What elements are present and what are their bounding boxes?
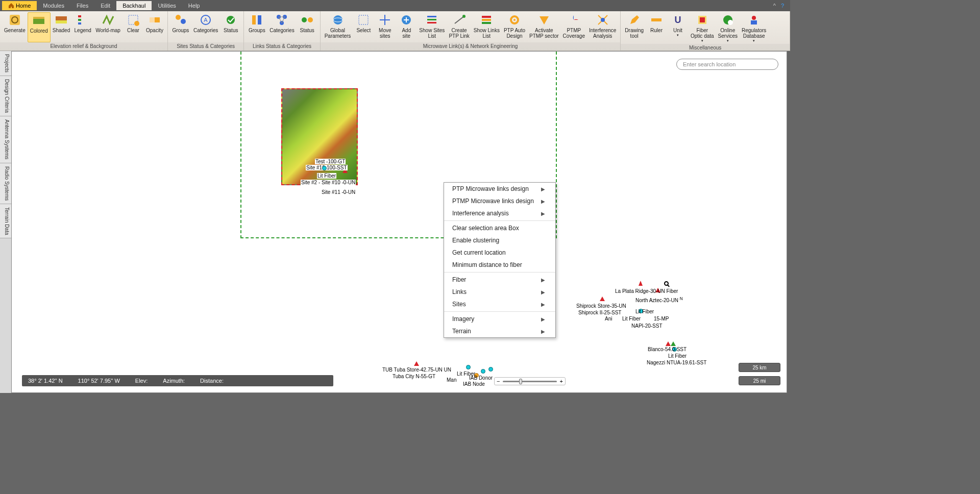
fiber-optic-button[interactable]: FiberOptic data▾	[689, 12, 716, 44]
add-site-button[interactable]: Addsite	[396, 12, 417, 42]
activate-ptmp-button[interactable]: ActivatePTMP sector	[527, 12, 561, 42]
groups-icon	[174, 13, 187, 27]
ribbon-group-title: Sites Status & Categories	[168, 42, 243, 51]
side-tab-terrain-data[interactable]: Terrain Data	[0, 204, 11, 238]
svg-point-24	[308, 17, 313, 22]
collapse-ribbon-icon[interactable]: ^	[773, 3, 776, 9]
site-label: Lit Fiber	[668, 353, 687, 359]
context-menu-item[interactable]: PTP Microwave links design▶	[444, 183, 555, 195]
legend-button[interactable]: Legend	[72, 12, 93, 42]
online-services-button[interactable]: OnlineServices▾	[716, 12, 740, 44]
fiber-icon	[696, 13, 709, 27]
site-marker-icon	[488, 367, 493, 372]
generate-button[interactable]: Generate	[2, 12, 28, 42]
ribbon-group-misc: Drawingtool Ruler UUnit▾ FiberOptic data…	[621, 11, 790, 51]
context-menu-item[interactable]: Minimum distance to fiber	[444, 259, 555, 271]
coverage-icon	[567, 13, 580, 27]
menu-tab-help[interactable]: Help	[182, 1, 206, 10]
menu-tab-backhaul[interactable]: Backhaul	[116, 1, 152, 10]
world-map-button[interactable]: World-map	[93, 12, 122, 42]
create-ptp-link-button[interactable]: CreatePTP Link	[447, 12, 471, 42]
colored-button[interactable]: Colored	[28, 12, 51, 42]
side-tab-projects[interactable]: Projects	[0, 51, 11, 76]
context-menu-item[interactable]: Terrain▶	[444, 325, 555, 337]
site-marker-icon	[481, 369, 485, 374]
context-menu-item[interactable]: Interference analysis▶	[444, 207, 555, 219]
unit-button[interactable]: UUnit▾	[667, 12, 689, 44]
select-button[interactable]: Select	[353, 12, 374, 42]
zoom-slider[interactable]: − +	[494, 377, 566, 385]
menu-tab-modules[interactable]: Modules	[37, 1, 70, 10]
ruler-button[interactable]: Ruler	[646, 12, 667, 44]
context-menu-item[interactable]: Get current location	[444, 246, 555, 259]
map-canvas[interactable]: Enter search location Test -100-GT Site …	[11, 51, 787, 393]
context-menu-item[interactable]: Fiber▶	[444, 274, 555, 286]
ribbon-group-sites-status: Groups ACategories Status Sites Status &…	[168, 11, 244, 51]
site-label: Tuba City N-55-GT	[393, 374, 435, 379]
menu-tab-edit[interactable]: Edit	[94, 1, 116, 10]
svg-point-23	[302, 17, 307, 22]
status-azimuth: Azimuth:	[163, 378, 185, 384]
ptp-auto-design-button[interactable]: PTP AutoDesign	[502, 12, 527, 42]
submenu-arrow-icon: ▶	[541, 277, 545, 283]
clear-button[interactable]: Clear	[122, 12, 144, 42]
global-parameters-button[interactable]: GlobalParameters	[323, 12, 353, 42]
sites-status-button[interactable]: Status	[220, 12, 241, 42]
ptmp-coverage-button[interactable]: PTMPCoverage	[561, 12, 587, 42]
search-input[interactable]: Enter search location	[676, 59, 778, 70]
svg-point-32	[462, 15, 465, 18]
legend-icon	[76, 13, 89, 27]
site-label: Shiprock Store-35-UN	[576, 303, 626, 309]
context-menu-item[interactable]: Enable clustering	[444, 234, 555, 246]
menu-tab-utilities[interactable]: Utilities	[152, 1, 182, 10]
submenu-arrow-icon: ▶	[541, 211, 545, 216]
context-menu-item[interactable]: Clear selection area Box	[444, 222, 555, 234]
zoom-out-icon[interactable]: −	[497, 378, 500, 384]
show-sites-list-button[interactable]: Show SitesList	[417, 12, 447, 42]
zoom-thumb[interactable]	[519, 379, 522, 384]
site-label: Nagezzi NTUA-19.61-SST	[647, 360, 706, 365]
svg-point-14	[181, 19, 186, 24]
side-tab-antenna-systems[interactable]: Antenna Systems	[0, 116, 11, 163]
svg-rect-29	[427, 16, 436, 17]
side-tab-design-criteria[interactable]: Design Criteria	[0, 76, 11, 116]
drawing-tool-button[interactable]: Drawingtool	[623, 12, 646, 44]
sites-categories-button[interactable]: ACategories	[191, 12, 220, 42]
links-status-button[interactable]: Status	[297, 12, 318, 42]
side-tab-radio-systems[interactable]: Radio Systems	[0, 163, 11, 204]
links-groups-button[interactable]: Groups	[246, 12, 267, 42]
sites-groups-button[interactable]: Groups	[170, 12, 191, 42]
zoom-in-icon[interactable]: +	[560, 378, 563, 384]
help-icon[interactable]: ?	[781, 3, 784, 9]
regulators-db-button[interactable]: RegulatorsDatabase▾	[740, 12, 768, 44]
move-sites-button[interactable]: Movesites	[374, 12, 396, 42]
links-categories-button[interactable]: Categories	[267, 12, 296, 42]
shaded-button[interactable]: Shaded	[51, 12, 72, 42]
unit-icon: U	[671, 13, 684, 27]
svg-rect-42	[700, 17, 705, 22]
context-menu-item[interactable]: Imagery▶	[444, 313, 555, 325]
show-links-list-button[interactable]: Show LinksList	[472, 12, 502, 42]
colored-icon	[32, 14, 45, 27]
magnifier-icon	[664, 281, 669, 286]
interference-analysis-button[interactable]: InterferenceAnalysis	[587, 12, 618, 42]
context-menu-item[interactable]: Links▶	[444, 286, 555, 298]
context-menu-item[interactable]: PTMP Microwave links design▶	[444, 195, 555, 207]
clear-icon	[127, 13, 140, 27]
menu-tab-home[interactable]: Home	[2, 1, 37, 10]
site-label: IAB Node	[463, 381, 485, 387]
side-tabs: Projects Design Criteria Antenna Systems…	[0, 51, 11, 393]
add-site-icon	[400, 13, 413, 27]
menu-tab-files[interactable]: Files	[70, 1, 94, 10]
menu-bar: Home Modules Files Edit Backhaul Utiliti…	[0, 0, 790, 11]
opacity-button[interactable]: Opacity	[144, 12, 165, 42]
globe-icon	[331, 13, 345, 27]
context-menu-item[interactable]: Sites▶	[444, 298, 555, 310]
ribbon-group-links-status: Groups Categories Status Links Status & …	[244, 11, 320, 51]
svg-point-10	[134, 21, 139, 26]
submenu-arrow-icon: ▶	[541, 329, 545, 334]
home-icon	[8, 3, 14, 9]
zoom-track[interactable]	[503, 381, 556, 382]
svg-rect-31	[427, 22, 436, 23]
status-lon: 110° 52' 7.95'' W	[78, 378, 120, 384]
